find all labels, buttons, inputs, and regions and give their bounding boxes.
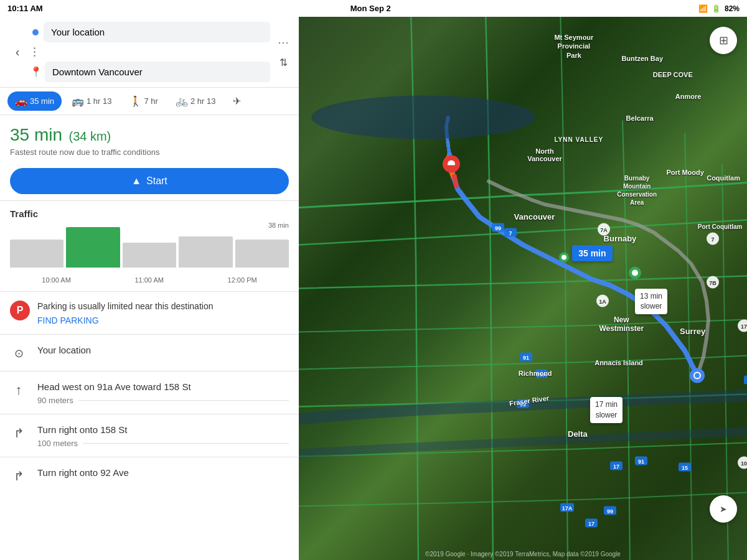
direction-origin-text: Your location [37, 343, 289, 357]
map-area[interactable]: 7A 1A 7 7B 17 10 99 7 91 91A 99 91A [299, 17, 747, 560]
flight-icon: ✈ [233, 95, 241, 107]
status-date: Mon Sep 2 [350, 4, 391, 13]
tab-transit[interactable]: 🚌 1 hr 13 [64, 91, 119, 111]
bar-4 [179, 236, 232, 268]
svg-text:15: 15 [682, 465, 688, 471]
direction-origin: ⊙ Your location [0, 334, 299, 371]
svg-text:99: 99 [607, 508, 613, 515]
alt-time-badge-1: 13 min slower [635, 289, 667, 315]
svg-text:99: 99 [495, 225, 501, 231]
direction-step2-distance: 100 meters [37, 439, 289, 448]
left-panel: ‹ 📍 ⋯ ⇅ [0, 17, 299, 560]
drive-icon: 🚗 [15, 95, 27, 107]
chart-bars [10, 224, 289, 268]
tab-drive[interactable]: 🚗 35 min [7, 91, 62, 111]
direction-step1-text: Head west on 91a Ave toward 158 St [37, 380, 289, 393]
bar-5 [235, 240, 289, 268]
direction-step2-text: Turn right onto 158 St [37, 423, 289, 436]
layers-button[interactable]: ⊞ [710, 27, 737, 54]
start-button-label: Start [146, 175, 167, 187]
navigation-icon: ▲ [131, 175, 141, 187]
bar-2 [66, 227, 120, 268]
chart-time-2: 11:00 AM [134, 276, 163, 284]
map-svg: 7A 1A 7 7B 17 10 99 7 91 91A 99 91A [299, 17, 747, 560]
svg-text:91: 91 [523, 355, 529, 361]
parking-notice: P Parking is usually limited near this d… [0, 291, 299, 334]
alt-badge-1-line1: 13 min [640, 291, 662, 302]
alt-time-badge-2: 17 min slower [590, 397, 622, 423]
direction-step1-content: Head west on 91a Ave toward 158 St 90 me… [37, 380, 289, 405]
transit-icon: 🚌 [72, 95, 84, 107]
bar-1 [10, 240, 63, 268]
tab-walk[interactable]: 🚶 7 hr [122, 91, 166, 111]
bike-icon: 🚲 [176, 95, 188, 107]
directions-list: ⊙ Your location ↑ Head west on 91a Ave t… [0, 334, 299, 493]
traffic-chart: 38 min [10, 224, 289, 274]
origin-input[interactable] [44, 22, 270, 42]
alt-badge-1-line2: slower [640, 301, 662, 312]
walk-icon: 🚶 [129, 95, 142, 107]
bar-3 [123, 243, 176, 268]
route-summary: 35 min (34 km) Fastest route now due to … [0, 115, 299, 162]
status-time: 10:11 AM [7, 4, 43, 13]
traffic-title: Traffic [10, 208, 289, 219]
svg-point-42 [632, 270, 638, 276]
svg-text:91: 91 [638, 459, 644, 465]
direction-step3-text: Turn right onto 92 Ave [37, 466, 289, 479]
svg-point-44 [561, 255, 566, 260]
svg-point-47 [695, 373, 700, 378]
turn-right-icon-1: ↱ [10, 424, 27, 442]
tab-drive-label: 35 min [30, 96, 54, 106]
more-options-button[interactable]: ⋯ [275, 33, 291, 52]
traffic-section: Traffic 38 min 10:00 AM 11:00 AM 12:00 P… [0, 200, 299, 291]
search-header: ‹ 📍 ⋯ ⇅ [0, 17, 299, 88]
direction-step2-content: Turn right onto 158 St 100 meters [37, 423, 289, 448]
route-inputs: 📍 [32, 22, 270, 82]
svg-text:17: 17 [613, 464, 619, 470]
tab-transit-label: 1 hr 13 [87, 96, 111, 106]
direction-step1: ↑ Head west on 91a Ave toward 158 St 90 … [0, 371, 299, 414]
route-separator [34, 46, 35, 58]
parking-text: Parking is usually limited near this des… [37, 301, 213, 313]
alt-badge-2-line1: 17 min [595, 399, 618, 410]
map-copyright: ©2019 Google · Imagery ©2019 TerraMetric… [425, 551, 621, 558]
direction-step3-content: Turn right onto 92 Ave [37, 466, 289, 479]
svg-text:17A: 17A [562, 505, 573, 511]
direction-step1-distance: 90 meters [37, 396, 289, 405]
swap-directions-button[interactable]: ⇅ [277, 54, 290, 71]
find-parking-button[interactable]: FIND PARKING [37, 315, 213, 325]
svg-text:7: 7 [711, 236, 714, 243]
route-note: Fastest route now due to traffic conditi… [10, 147, 289, 157]
destination-input[interactable] [45, 62, 270, 82]
status-bar: 10:11 AM Mon Sep 2 📶 🔋 82% [0, 0, 747, 17]
svg-text:7B: 7B [709, 280, 716, 286]
svg-text:99: 99 [520, 401, 526, 408]
route-distance: (34 km) [69, 129, 111, 143]
compass-icon: ➤ [720, 504, 727, 514]
direction-step3: ↱ Turn right onto 92 Ave [0, 457, 299, 493]
start-button[interactable]: ▲ Start [10, 168, 289, 194]
tab-bike-label: 2 hr 13 [190, 96, 215, 106]
battery-icon: 🔋 [712, 4, 721, 13]
alt-badge-2-line2: slower [595, 410, 618, 421]
destination-row: 📍 [32, 62, 270, 82]
svg-text:7A: 7A [600, 227, 608, 233]
transport-tabs: 🚗 35 min 🚌 1 hr 13 🚶 7 hr 🚲 2 hr 13 ✈ [0, 88, 299, 115]
turn-right-icon-2: ↱ [10, 467, 27, 485]
svg-text:91A: 91A [537, 371, 547, 378]
compass-button[interactable]: ➤ [710, 495, 737, 523]
chart-top-label: 38 min [268, 222, 289, 229]
chart-time-3: 12:00 PM [228, 276, 257, 284]
main-time-badge: 35 min [572, 245, 612, 261]
direction-origin-content: Your location [37, 343, 289, 357]
wifi-icon: 📶 [698, 4, 708, 13]
destination-pin-icon: 📍 [32, 67, 40, 77]
chart-time-1: 10:00 AM [42, 276, 70, 284]
back-button[interactable]: ‹ [7, 42, 27, 62]
tab-flight[interactable]: ✈ [225, 91, 248, 111]
straight-arrow-icon: ↑ [10, 381, 27, 399]
battery-level: 82% [725, 4, 740, 13]
origin-dot [32, 29, 39, 35]
tab-bike[interactable]: 🚲 2 hr 13 [168, 91, 223, 111]
layers-icon: ⊞ [719, 34, 728, 47]
